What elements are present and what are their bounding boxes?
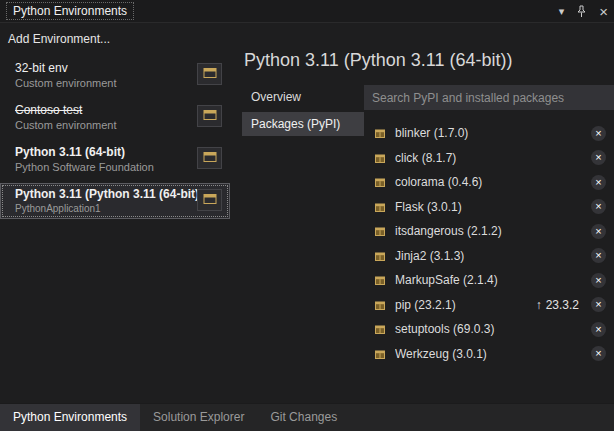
uninstall-package-button[interactable]: ×: [591, 126, 606, 141]
close-icon: ×: [595, 176, 601, 189]
close-icon: ×: [595, 347, 601, 360]
tab-packages-pypi[interactable]: Packages (PyPI): [242, 112, 364, 136]
package-name: setuptools (69.0.3): [395, 322, 591, 336]
python-environments-panel: Python Environments ▾ × Add Environment.…: [0, 0, 614, 23]
package-row[interactable]: pip (23.2.1) ↑23.3.2 ×: [364, 293, 614, 318]
package-update[interactable]: ↑23.3.2: [536, 298, 579, 312]
bottom-tab-solution-explorer[interactable]: Solution Explorer: [140, 404, 257, 431]
package-name: Flask (3.0.1): [395, 200, 591, 214]
close-icon: ×: [595, 298, 601, 311]
open-interactive-window-button[interactable]: [197, 189, 222, 211]
environment-description: PythonApplication1: [15, 203, 197, 214]
close-icon: ×: [595, 200, 601, 213]
package-icon: [374, 225, 386, 237]
environment-detail-panel: Python 3.11 (Python 3.11 (64-bit)) Overv…: [232, 23, 614, 403]
package-row[interactable]: MarkupSafe (2.1.4) ↑ ×: [364, 268, 614, 293]
environment-item-python311[interactable]: Python 3.11 (64-bit) Python Software Fou…: [0, 141, 230, 178]
package-row[interactable]: itsdangerous (2.1.2) ↑ ×: [364, 219, 614, 244]
package-name: MarkupSafe (2.1.4): [395, 273, 591, 287]
uninstall-package-button[interactable]: ×: [591, 199, 606, 214]
package-icon: [374, 152, 386, 164]
environment-name: 32-bit env: [15, 61, 197, 75]
search-box: [364, 85, 614, 110]
update-arrow-icon: ↑: [536, 298, 542, 312]
package-row[interactable]: Werkzeug (3.0.1) ↑ ×: [364, 342, 614, 367]
tool-window-titlebar: Python Environments ▾ ×: [0, 0, 614, 23]
interactive-window-icon: [203, 67, 217, 82]
close-icon: ×: [595, 151, 601, 164]
package-name: itsdangerous (2.1.2): [395, 224, 591, 238]
package-list: blinker (1.7.0) ↑ × click (8.1.7) ↑ ×: [364, 121, 614, 366]
package-icon: [374, 323, 386, 335]
package-icon: [374, 274, 386, 286]
uninstall-package-button[interactable]: ×: [591, 248, 606, 263]
uninstall-package-button[interactable]: ×: [591, 175, 606, 190]
tool-window-title: Python Environments: [6, 2, 134, 20]
uninstall-package-button[interactable]: ×: [591, 346, 606, 361]
package-icon: [374, 176, 386, 188]
environment-item-selected[interactable]: Python 3.11 (Python 3.11 (64-bit)) Pytho…: [0, 183, 230, 219]
packages-pane: blinker (1.7.0) ↑ × click (8.1.7) ↑ ×: [364, 85, 614, 403]
search-input[interactable]: [364, 85, 614, 110]
uninstall-package-button[interactable]: ×: [591, 322, 606, 337]
package-row[interactable]: click (8.1.7) ↑ ×: [364, 146, 614, 171]
package-row[interactable]: Jinja2 (3.1.3) ↑ ×: [364, 244, 614, 269]
open-interactive-window-button[interactable]: [197, 147, 222, 169]
close-icon: ×: [595, 274, 601, 287]
package-row[interactable]: setuptools (69.0.3) ↑ ×: [364, 317, 614, 342]
update-version: 23.3.2: [546, 298, 579, 312]
environment-item-32bit[interactable]: 32-bit env Custom environment: [0, 57, 230, 94]
package-row[interactable]: Flask (3.0.1) ↑ ×: [364, 195, 614, 220]
uninstall-package-button[interactable]: ×: [591, 150, 606, 165]
environment-description: Python Software Foundation: [15, 161, 197, 173]
uninstall-package-button[interactable]: ×: [591, 297, 606, 312]
package-name: blinker (1.7.0): [395, 126, 591, 140]
environment-name: Python 3.11 (64-bit): [15, 145, 197, 159]
uninstall-package-button[interactable]: ×: [591, 224, 606, 239]
close-icon: ×: [595, 225, 601, 238]
bottom-tab-git-changes[interactable]: Git Changes: [257, 404, 350, 431]
package-name: pip (23.2.1): [395, 298, 536, 312]
detail-body: Overview Packages (PyPI) blinker (1.7.0)…: [242, 85, 614, 403]
main-content: Add Environment... 32-bit env Custom env…: [0, 23, 614, 403]
uninstall-package-button[interactable]: ×: [591, 273, 606, 288]
close-icon: ×: [595, 127, 601, 140]
package-icon: [374, 348, 386, 360]
interactive-window-icon: [203, 151, 217, 166]
package-icon: [374, 299, 386, 311]
environment-name: Contoso test: [15, 103, 197, 117]
open-interactive-window-button[interactable]: [197, 105, 222, 127]
tab-overview[interactable]: Overview: [242, 85, 364, 109]
package-icon: [374, 201, 386, 213]
pin-icon[interactable]: [576, 5, 587, 18]
package-row[interactable]: blinker (1.7.0) ↑ ×: [364, 121, 614, 146]
add-environment-link[interactable]: Add Environment...: [0, 28, 232, 57]
open-interactive-window-button[interactable]: [197, 63, 222, 85]
environment-item-contoso[interactable]: Contoso test Custom environment: [0, 99, 230, 136]
package-name: Jinja2 (3.1.3): [395, 249, 591, 263]
package-name: colorama (0.4.6): [395, 175, 591, 189]
bottom-tab-bar: Python Environments Solution Explorer Gi…: [0, 403, 614, 431]
environment-detail-title: Python 3.11 (Python 3.11 (64-bit)): [244, 50, 614, 71]
environment-list: Add Environment... 32-bit env Custom env…: [0, 23, 232, 403]
titlebar-buttons: ▾ ×: [559, 4, 608, 19]
close-icon: ×: [595, 249, 601, 262]
environment-name: Python 3.11 (Python 3.11 (64-bit)): [15, 187, 197, 201]
interactive-window-icon: [203, 193, 217, 208]
environment-description: Custom environment: [15, 119, 197, 131]
package-row[interactable]: colorama (0.4.6) ↑ ×: [364, 170, 614, 195]
package-name: Werkzeug (3.0.1): [395, 347, 591, 361]
environment-description: Custom environment: [15, 77, 197, 89]
interactive-window-icon: [203, 109, 217, 124]
window-position-menu-icon[interactable]: ▾: [559, 6, 565, 17]
package-icon: [374, 127, 386, 139]
close-icon[interactable]: ×: [599, 4, 608, 19]
detail-tabs: Overview Packages (PyPI): [242, 85, 364, 403]
package-name: click (8.1.7): [395, 151, 591, 165]
close-icon: ×: [595, 323, 601, 336]
package-icon: [374, 250, 386, 262]
bottom-tab-python-environments[interactable]: Python Environments: [0, 404, 140, 431]
